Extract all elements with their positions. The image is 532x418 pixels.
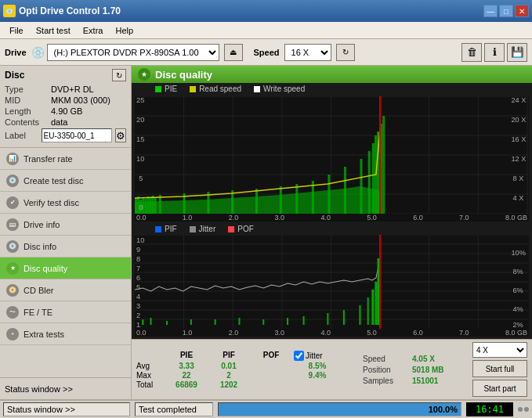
pof-max — [252, 371, 291, 380]
cd-bler-label: CD Bler — [24, 286, 54, 295]
sidebar-item-verify-test-disc[interactable]: ✔ Verify test disc — [0, 192, 131, 214]
type-label: Type — [5, 85, 48, 94]
upper-chart-svg: 25 20 15 10 5 0 24 X 20 X 16 X 12 X 8 X … — [135, 96, 529, 214]
speed-value: 4.05 X — [412, 355, 435, 363]
sidebar-item-disc-info[interactable]: 💿 Disc info — [0, 236, 131, 258]
charts-container: 25 20 15 10 5 0 24 X 20 X 16 X 12 X 8 X … — [132, 95, 532, 339]
label-button[interactable]: ⚙ — [115, 128, 126, 142]
time-display: 16:41 — [466, 402, 513, 416]
max-label: Max — [136, 371, 164, 380]
jitter-checkbox[interactable] — [294, 351, 304, 361]
test-completed-text: Test completed — [139, 405, 197, 414]
menu-start-test[interactable]: Start test — [30, 24, 77, 37]
sidebar-item-transfer-rate[interactable]: 📊 Transfer rate — [0, 148, 131, 170]
write-speed-legend-dot — [254, 86, 260, 92]
pof-legend-dot — [228, 226, 234, 232]
pif-total: 1202 — [209, 380, 248, 389]
samples-key: Samples — [363, 377, 406, 385]
pif-avg: 0.01 — [209, 362, 248, 370]
drive-info-icon: 🖴 — [6, 218, 19, 231]
maximize-button[interactable]: □ — [499, 5, 513, 17]
status-window-toggle[interactable]: Status window >> — [0, 377, 131, 399]
cd-bler-icon: 📀 — [6, 284, 19, 297]
menu-extra[interactable]: Extra — [77, 24, 110, 37]
stats-table: PIE PIF POF Jitter Avg 3.33 0.01 8.5% Ma… — [136, 351, 341, 389]
sidebar-item-extra-tests[interactable]: + Extra tests — [0, 323, 131, 345]
speed-select[interactable]: 16 X 8 X 4 X — [284, 44, 331, 61]
start-part-button[interactable]: Start part — [472, 380, 527, 397]
status-dot-1 — [518, 407, 523, 412]
sidebar-item-disc-quality[interactable]: ★ Disc quality — [0, 258, 131, 279]
speed-combo-select[interactable]: 4 X 8 X 16 X — [472, 342, 527, 358]
eject-button[interactable]: ⏏ — [224, 44, 243, 61]
disc-refresh-button[interactable]: ↻ — [112, 69, 126, 81]
menu-file[interactable]: File — [3, 24, 30, 37]
svg-text:3: 3 — [136, 302, 140, 310]
sidebar-item-cd-bler[interactable]: 📀 CD Bler — [0, 279, 131, 301]
drive-label: Drive — [5, 48, 27, 57]
svg-text:15: 15 — [136, 135, 144, 143]
legend-pof: POF — [228, 225, 254, 233]
disc-quality-icon: ★ — [6, 262, 19, 275]
status-bar: Status window >> Test completed 100.0% 1… — [0, 399, 532, 418]
svg-text:4%: 4% — [512, 305, 523, 313]
avg-label: Avg — [136, 362, 164, 370]
start-full-button[interactable]: Start full — [472, 360, 527, 377]
disc-label-label: Label — [5, 131, 38, 140]
drive-bar: Drive 💿 (H:) PLEXTOR DVDR PX-890SA 1.00 … — [0, 39, 532, 66]
length-value: 4.90 GB — [51, 106, 82, 116]
right-controls: 4 X 8 X 16 X Start full Start part — [472, 342, 527, 397]
sidebar-item-fe-te[interactable]: 〜 FE / TE — [0, 301, 131, 323]
svg-text:8%: 8% — [512, 268, 523, 276]
pif-max: 2 — [209, 371, 248, 380]
disc-panel-title: Disc — [5, 70, 24, 81]
status-window-label: Status window >> — [5, 384, 73, 394]
pif-legend-label: PIF — [165, 225, 177, 233]
svg-text:10%: 10% — [511, 249, 525, 257]
drive-select[interactable]: (H:) PLEXTOR DVDR PX-890SA 1.00 — [47, 44, 219, 61]
chart-header-icon: ★ — [138, 68, 150, 81]
svg-rect-41 — [382, 116, 385, 214]
jitter-avg: 8.5% — [294, 362, 341, 370]
save-button[interactable]: 💾 — [507, 43, 527, 62]
menu-bar: File Start test Extra Help — [0, 22, 532, 39]
verify-test-disc-icon: ✔ — [6, 196, 19, 209]
svg-text:7: 7 — [136, 265, 140, 272]
info-button[interactable]: ℹ — [484, 43, 505, 62]
progress-text: 100.0% — [429, 405, 458, 414]
menu-help[interactable]: Help — [109, 24, 139, 37]
disc-info-panel: Disc ↻ Type DVD+R DL MID MKM 003 (000) L… — [0, 66, 131, 148]
type-value: DVD+R DL — [51, 85, 94, 94]
progress-container: 100.0% — [218, 402, 461, 416]
refresh-button[interactable]: ↻ — [336, 44, 355, 61]
svg-text:0: 0 — [139, 204, 143, 211]
minimize-button[interactable]: — — [483, 5, 498, 17]
speed-key: Speed — [363, 355, 406, 363]
pof-avg — [252, 362, 291, 370]
pie-header: PIE — [167, 351, 206, 361]
svg-text:5: 5 — [136, 283, 140, 291]
svg-text:25: 25 — [136, 96, 144, 104]
svg-text:6: 6 — [136, 274, 140, 282]
stats-empty — [136, 351, 164, 361]
svg-text:8: 8 — [136, 255, 140, 263]
legend-read-speed: Read speed — [190, 85, 241, 93]
upper-chart-legend: PIE Read speed Write speed — [132, 83, 532, 95]
mid-label: MID — [5, 95, 48, 105]
legend-write-speed: Write speed — [254, 85, 305, 93]
sidebar-item-drive-info[interactable]: 🖴 Drive info — [0, 214, 131, 236]
svg-text:24 X: 24 X — [511, 96, 526, 104]
status-dots — [518, 407, 529, 412]
pof-header: POF — [252, 351, 291, 361]
svg-text:20 X: 20 X — [511, 116, 526, 124]
svg-text:10: 10 — [136, 155, 144, 163]
erase-button[interactable]: 🗑 — [461, 43, 482, 62]
contents-label: Contents — [5, 117, 48, 127]
sidebar-item-create-test-disc[interactable]: 💿 Create test disc — [0, 170, 131, 192]
label-input[interactable] — [42, 128, 112, 142]
mid-value: MKM 003 (000) — [51, 95, 110, 105]
pie-legend-label: PIE — [165, 85, 177, 93]
status-window-section: Status window >> — [3, 402, 130, 416]
total-label: Total — [136, 380, 164, 389]
close-button[interactable]: ✕ — [515, 5, 529, 17]
